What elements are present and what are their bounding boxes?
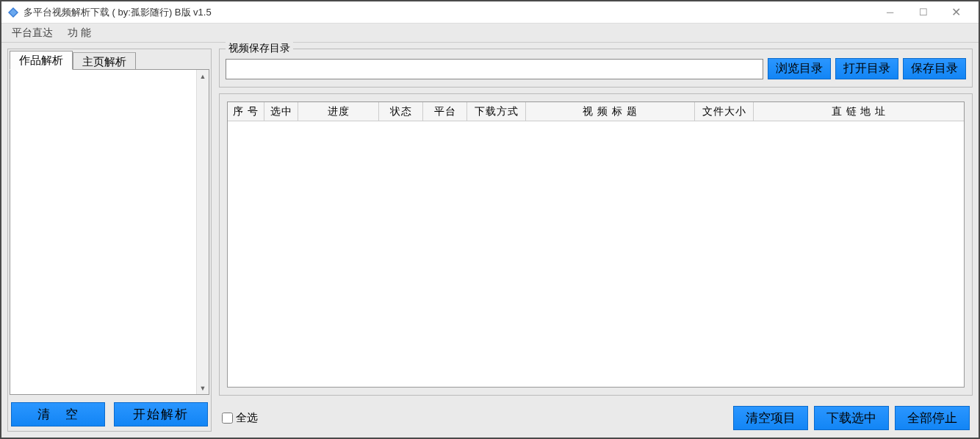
- clear-items-button[interactable]: 清空项目: [733, 406, 808, 430]
- tab-work-parse[interactable]: 作品解析: [10, 51, 73, 70]
- table-group: 序 号 选中 进度 状态 平台 下载方式 视 频 标 题 文件大小 直 链 地 …: [219, 93, 973, 396]
- col-url[interactable]: 直 链 地 址: [754, 102, 964, 121]
- download-selected-button[interactable]: 下载选中: [814, 406, 889, 430]
- open-dir-button[interactable]: 打开目录: [835, 58, 898, 79]
- select-all-checkbox[interactable]: [222, 413, 233, 424]
- right-panel: 视频保存目录 浏览目录 打开目录 保存目录 序 号 选中 进度 状态 平台: [219, 49, 973, 432]
- left-buttons: 清 空 开始解析: [10, 395, 209, 429]
- select-all-label: 全选: [236, 411, 258, 425]
- content-area: 作品解析 主页解析 ▲ ▼ 清 空 开始解析 视频保存目录: [1, 43, 979, 438]
- scrollbar-vertical[interactable]: ▲ ▼: [196, 70, 209, 394]
- table-body[interactable]: [228, 121, 964, 387]
- col-progress[interactable]: 进度: [298, 102, 379, 121]
- tab-home-parse[interactable]: 主页解析: [73, 52, 136, 70]
- col-platform[interactable]: 平台: [423, 102, 467, 121]
- col-title[interactable]: 视 频 标 题: [526, 102, 695, 121]
- left-panel: 作品解析 主页解析 ▲ ▼ 清 空 开始解析: [7, 49, 212, 432]
- clear-button[interactable]: 清 空: [11, 402, 105, 426]
- stop-all-button[interactable]: 全部停止: [895, 406, 970, 430]
- col-download-mode[interactable]: 下载方式: [467, 102, 526, 121]
- scroll-up-icon[interactable]: ▲: [197, 70, 209, 82]
- select-all-wrap[interactable]: 全选: [222, 411, 258, 425]
- browse-dir-button[interactable]: 浏览目录: [768, 58, 831, 79]
- col-select[interactable]: 选中: [264, 102, 298, 121]
- menu-function[interactable]: 功 能: [65, 25, 94, 41]
- maximize-button[interactable]: ☐: [907, 2, 940, 23]
- col-filesize[interactable]: 文件大小: [695, 102, 754, 121]
- close-button[interactable]: ✕: [940, 2, 973, 23]
- menubar: 平台直达 功 能: [1, 24, 979, 43]
- save-dir-group: 视频保存目录 浏览目录 打开目录 保存目录: [219, 49, 973, 88]
- scroll-down-icon[interactable]: ▼: [197, 382, 209, 394]
- col-seq[interactable]: 序 号: [228, 102, 264, 121]
- download-table: 序 号 选中 进度 状态 平台 下载方式 视 频 标 题 文件大小 直 链 地 …: [227, 101, 965, 388]
- col-status[interactable]: 状态: [379, 102, 423, 121]
- dir-row: 浏览目录 打开目录 保存目录: [226, 58, 966, 79]
- titlebar: 多平台视频解析下载 ( by:孤影随行) B版 v1.5 ─ ☐ ✕: [1, 1, 979, 24]
- start-parse-button[interactable]: 开始解析: [114, 402, 208, 426]
- bottom-row: 全选 清空项目 下载选中 全部停止: [219, 401, 973, 432]
- url-textarea[interactable]: [10, 70, 209, 394]
- window-controls: ─ ☐ ✕: [873, 2, 973, 23]
- table-header: 序 号 选中 进度 状态 平台 下载方式 视 频 标 题 文件大小 直 链 地 …: [228, 102, 964, 121]
- app-window: 多平台视频解析下载 ( by:孤影随行) B版 v1.5 ─ ☐ ✕ 平台直达 …: [0, 0, 980, 439]
- app-icon: [7, 7, 19, 18]
- save-dir-input[interactable]: [226, 59, 763, 79]
- url-textarea-wrap: ▲ ▼: [10, 69, 209, 395]
- left-tabs: 作品解析 主页解析: [10, 51, 209, 70]
- minimize-button[interactable]: ─: [873, 2, 907, 23]
- save-dir-label: 视频保存目录: [226, 42, 293, 55]
- window-title: 多平台视频解析下载 ( by:孤影随行) B版 v1.5: [24, 6, 873, 19]
- menu-platform[interactable]: 平台直达: [9, 25, 56, 41]
- save-dir-button[interactable]: 保存目录: [903, 58, 966, 79]
